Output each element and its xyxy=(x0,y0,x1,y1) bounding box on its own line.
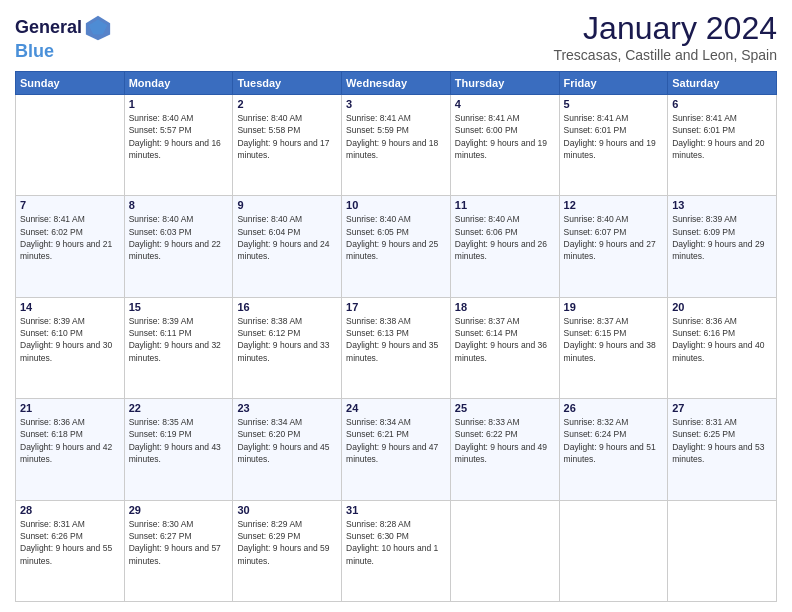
day-info: Sunrise: 8:40 AMSunset: 6:05 PMDaylight:… xyxy=(346,213,446,262)
calendar-cell: 22Sunrise: 8:35 AMSunset: 6:19 PMDayligh… xyxy=(124,399,233,500)
day-number: 1 xyxy=(129,98,229,110)
calendar-cell xyxy=(16,95,125,196)
location: Trescasas, Castille and Leon, Spain xyxy=(553,47,777,63)
day-number: 26 xyxy=(564,402,664,414)
day-info: Sunrise: 8:31 AMSunset: 6:25 PMDaylight:… xyxy=(672,416,772,465)
day-info: Sunrise: 8:41 AMSunset: 6:01 PMDaylight:… xyxy=(564,112,664,161)
calendar-cell: 9Sunrise: 8:40 AMSunset: 6:04 PMDaylight… xyxy=(233,196,342,297)
calendar-cell: 30Sunrise: 8:29 AMSunset: 6:29 PMDayligh… xyxy=(233,500,342,601)
weekday-header-tuesday: Tuesday xyxy=(233,72,342,95)
day-info: Sunrise: 8:40 AMSunset: 6:04 PMDaylight:… xyxy=(237,213,337,262)
day-info: Sunrise: 8:37 AMSunset: 6:14 PMDaylight:… xyxy=(455,315,555,364)
calendar-cell: 20Sunrise: 8:36 AMSunset: 6:16 PMDayligh… xyxy=(668,297,777,398)
day-number: 9 xyxy=(237,199,337,211)
day-number: 14 xyxy=(20,301,120,313)
weekday-header-monday: Monday xyxy=(124,72,233,95)
day-info: Sunrise: 8:41 AMSunset: 6:02 PMDaylight:… xyxy=(20,213,120,262)
calendar-cell xyxy=(668,500,777,601)
calendar-cell: 6Sunrise: 8:41 AMSunset: 6:01 PMDaylight… xyxy=(668,95,777,196)
weekday-header-thursday: Thursday xyxy=(450,72,559,95)
day-info: Sunrise: 8:38 AMSunset: 6:12 PMDaylight:… xyxy=(237,315,337,364)
calendar-cell: 12Sunrise: 8:40 AMSunset: 6:07 PMDayligh… xyxy=(559,196,668,297)
calendar-table: SundayMondayTuesdayWednesdayThursdayFrid… xyxy=(15,71,777,602)
calendar-cell: 14Sunrise: 8:39 AMSunset: 6:10 PMDayligh… xyxy=(16,297,125,398)
calendar-cell: 16Sunrise: 8:38 AMSunset: 6:12 PMDayligh… xyxy=(233,297,342,398)
day-number: 27 xyxy=(672,402,772,414)
day-number: 20 xyxy=(672,301,772,313)
day-info: Sunrise: 8:28 AMSunset: 6:30 PMDaylight:… xyxy=(346,518,446,567)
day-number: 29 xyxy=(129,504,229,516)
title-section: January 2024 Trescasas, Castille and Leo… xyxy=(553,10,777,63)
week-row-1: 1Sunrise: 8:40 AMSunset: 5:57 PMDaylight… xyxy=(16,95,777,196)
header: General Blue January 2024 Trescasas, Cas… xyxy=(15,10,777,63)
day-info: Sunrise: 8:40 AMSunset: 6:07 PMDaylight:… xyxy=(564,213,664,262)
week-row-4: 21Sunrise: 8:36 AMSunset: 6:18 PMDayligh… xyxy=(16,399,777,500)
day-number: 22 xyxy=(129,402,229,414)
day-info: Sunrise: 8:40 AMSunset: 5:57 PMDaylight:… xyxy=(129,112,229,161)
day-info: Sunrise: 8:37 AMSunset: 6:15 PMDaylight:… xyxy=(564,315,664,364)
calendar-cell: 11Sunrise: 8:40 AMSunset: 6:06 PMDayligh… xyxy=(450,196,559,297)
day-number: 5 xyxy=(564,98,664,110)
day-number: 28 xyxy=(20,504,120,516)
calendar-cell: 28Sunrise: 8:31 AMSunset: 6:26 PMDayligh… xyxy=(16,500,125,601)
weekday-header-row: SundayMondayTuesdayWednesdayThursdayFrid… xyxy=(16,72,777,95)
day-info: Sunrise: 8:40 AMSunset: 6:03 PMDaylight:… xyxy=(129,213,229,262)
day-number: 11 xyxy=(455,199,555,211)
day-info: Sunrise: 8:29 AMSunset: 6:29 PMDaylight:… xyxy=(237,518,337,567)
calendar-cell: 2Sunrise: 8:40 AMSunset: 5:58 PMDaylight… xyxy=(233,95,342,196)
calendar-cell: 21Sunrise: 8:36 AMSunset: 6:18 PMDayligh… xyxy=(16,399,125,500)
day-number: 31 xyxy=(346,504,446,516)
calendar-cell: 27Sunrise: 8:31 AMSunset: 6:25 PMDayligh… xyxy=(668,399,777,500)
day-number: 15 xyxy=(129,301,229,313)
day-info: Sunrise: 8:40 AMSunset: 6:06 PMDaylight:… xyxy=(455,213,555,262)
calendar-cell: 25Sunrise: 8:33 AMSunset: 6:22 PMDayligh… xyxy=(450,399,559,500)
day-number: 8 xyxy=(129,199,229,211)
calendar-cell: 31Sunrise: 8:28 AMSunset: 6:30 PMDayligh… xyxy=(342,500,451,601)
day-info: Sunrise: 8:34 AMSunset: 6:20 PMDaylight:… xyxy=(237,416,337,465)
day-info: Sunrise: 8:41 AMSunset: 5:59 PMDaylight:… xyxy=(346,112,446,161)
page: General Blue January 2024 Trescasas, Cas… xyxy=(0,0,792,612)
day-number: 6 xyxy=(672,98,772,110)
day-info: Sunrise: 8:36 AMSunset: 6:16 PMDaylight:… xyxy=(672,315,772,364)
day-info: Sunrise: 8:39 AMSunset: 6:09 PMDaylight:… xyxy=(672,213,772,262)
calendar-cell: 8Sunrise: 8:40 AMSunset: 6:03 PMDaylight… xyxy=(124,196,233,297)
calendar-cell: 29Sunrise: 8:30 AMSunset: 6:27 PMDayligh… xyxy=(124,500,233,601)
day-info: Sunrise: 8:34 AMSunset: 6:21 PMDaylight:… xyxy=(346,416,446,465)
day-number: 13 xyxy=(672,199,772,211)
day-info: Sunrise: 8:30 AMSunset: 6:27 PMDaylight:… xyxy=(129,518,229,567)
day-number: 24 xyxy=(346,402,446,414)
day-info: Sunrise: 8:40 AMSunset: 5:58 PMDaylight:… xyxy=(237,112,337,161)
day-info: Sunrise: 8:41 AMSunset: 6:00 PMDaylight:… xyxy=(455,112,555,161)
calendar-cell: 7Sunrise: 8:41 AMSunset: 6:02 PMDaylight… xyxy=(16,196,125,297)
day-info: Sunrise: 8:33 AMSunset: 6:22 PMDaylight:… xyxy=(455,416,555,465)
day-number: 21 xyxy=(20,402,120,414)
day-info: Sunrise: 8:39 AMSunset: 6:10 PMDaylight:… xyxy=(20,315,120,364)
day-info: Sunrise: 8:41 AMSunset: 6:01 PMDaylight:… xyxy=(672,112,772,161)
weekday-header-friday: Friday xyxy=(559,72,668,95)
day-info: Sunrise: 8:35 AMSunset: 6:19 PMDaylight:… xyxy=(129,416,229,465)
day-number: 18 xyxy=(455,301,555,313)
weekday-header-sunday: Sunday xyxy=(16,72,125,95)
logo-text-blue: Blue xyxy=(15,41,54,61)
calendar-cell: 10Sunrise: 8:40 AMSunset: 6:05 PMDayligh… xyxy=(342,196,451,297)
calendar-cell: 5Sunrise: 8:41 AMSunset: 6:01 PMDaylight… xyxy=(559,95,668,196)
logo-flag-icon xyxy=(84,14,112,42)
day-number: 12 xyxy=(564,199,664,211)
day-info: Sunrise: 8:36 AMSunset: 6:18 PMDaylight:… xyxy=(20,416,120,465)
calendar-cell: 17Sunrise: 8:38 AMSunset: 6:13 PMDayligh… xyxy=(342,297,451,398)
day-number: 4 xyxy=(455,98,555,110)
day-number: 2 xyxy=(237,98,337,110)
day-number: 7 xyxy=(20,199,120,211)
logo-text-general: General xyxy=(15,18,82,38)
calendar-cell: 1Sunrise: 8:40 AMSunset: 5:57 PMDaylight… xyxy=(124,95,233,196)
calendar-cell: 3Sunrise: 8:41 AMSunset: 5:59 PMDaylight… xyxy=(342,95,451,196)
day-number: 25 xyxy=(455,402,555,414)
day-number: 10 xyxy=(346,199,446,211)
month-title: January 2024 xyxy=(553,10,777,47)
calendar-cell: 19Sunrise: 8:37 AMSunset: 6:15 PMDayligh… xyxy=(559,297,668,398)
calendar-cell: 24Sunrise: 8:34 AMSunset: 6:21 PMDayligh… xyxy=(342,399,451,500)
week-row-3: 14Sunrise: 8:39 AMSunset: 6:10 PMDayligh… xyxy=(16,297,777,398)
day-info: Sunrise: 8:31 AMSunset: 6:26 PMDaylight:… xyxy=(20,518,120,567)
weekday-header-wednesday: Wednesday xyxy=(342,72,451,95)
week-row-5: 28Sunrise: 8:31 AMSunset: 6:26 PMDayligh… xyxy=(16,500,777,601)
